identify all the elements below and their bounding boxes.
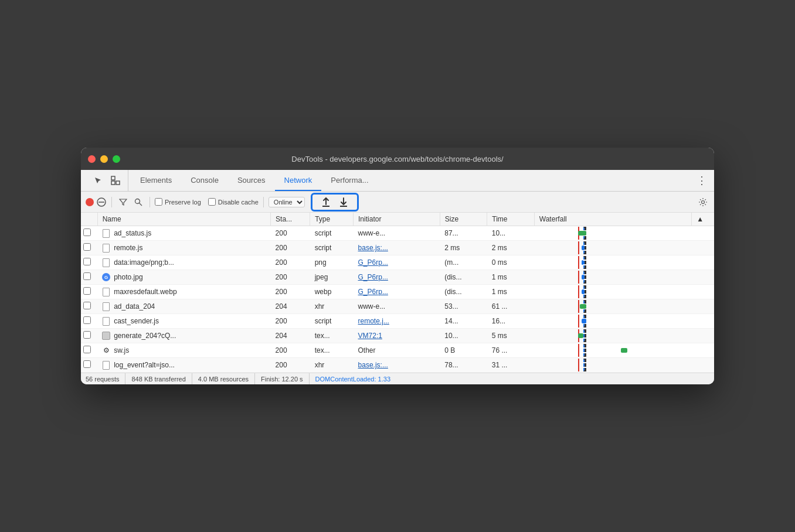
table-row[interactable]: ⚙sw.js200tex...Other0 B76 ... — [81, 343, 714, 358]
tab-sources[interactable]: Sources — [228, 170, 275, 191]
network-rows: ad_status.js200scriptwww-e...87...10...r… — [81, 226, 714, 373]
row-checkbox[interactable] — [83, 272, 91, 280]
maximize-button[interactable] — [113, 155, 120, 163]
table-row[interactable]: ad_status.js200scriptwww-e...87...10... — [81, 226, 714, 241]
initiator-link[interactable]: base.js:... — [358, 361, 388, 369]
table-row[interactable]: data:image/png;b...200pngG_P6rp...(m...0… — [81, 255, 714, 270]
row-type: webp — [310, 285, 354, 299]
row-initiator[interactable]: base.js:... — [354, 358, 440, 373]
initiator-link[interactable]: remote.j... — [358, 317, 389, 325]
row-time: 31 ... — [487, 358, 535, 373]
disable-cache-checkbox[interactable] — [208, 198, 216, 206]
stop-recording-button[interactable] — [96, 197, 107, 207]
filter-button[interactable] — [117, 196, 130, 209]
initiator-link[interactable]: VM72:1 — [358, 332, 382, 340]
row-checkbox[interactable] — [83, 229, 91, 236]
row-name: remote.js — [114, 244, 142, 252]
row-checkbox[interactable] — [83, 302, 91, 309]
finish-time: Finish: 12.20 s — [255, 373, 310, 384]
row-name: log_event?alt=jso... — [114, 361, 175, 369]
col-sort[interactable]: ▲ — [692, 213, 714, 226]
more-tabs-button[interactable]: ⋮ — [694, 173, 709, 188]
separator-1 — [111, 197, 112, 207]
row-checkbox[interactable] — [83, 360, 91, 368]
row-initiator[interactable]: base.js:... — [354, 241, 440, 255]
table-row[interactable]: Gphoto.jpg200jpegG_P6rp...(dis...1 ms — [81, 270, 714, 285]
col-waterfall[interactable]: Waterfall — [534, 213, 692, 226]
initiator-link[interactable]: base.js:... — [358, 244, 388, 252]
row-initiator[interactable]: G_P6rp... — [354, 285, 440, 299]
row-initiator[interactable]: G_P6rp... — [354, 255, 440, 270]
table-row[interactable]: cast_sender.js200scriptremote.j...14...1… — [81, 314, 714, 329]
svg-point-9 — [702, 200, 705, 203]
initiator-link[interactable]: G_P6rp... — [358, 258, 388, 267]
row-status: 200 — [271, 358, 310, 373]
row-checkbox[interactable] — [83, 316, 91, 324]
row-initiator[interactable]: VM72:1 — [354, 329, 440, 343]
row-size: (dis... — [440, 285, 487, 299]
row-type: script — [310, 226, 354, 241]
requests-count: 56 requests — [86, 373, 125, 384]
waterfall-red-line — [578, 271, 579, 284]
close-button[interactable] — [88, 155, 96, 163]
waterfall-red-line — [578, 285, 579, 298]
row-status: 204 — [271, 299, 310, 314]
svg-rect-2 — [111, 181, 115, 185]
row-status: 200 — [271, 226, 310, 241]
col-status[interactable]: Sta... — [271, 213, 310, 226]
waterfall-bar — [580, 304, 586, 309]
row-time: 76 ... — [487, 343, 535, 358]
search-button[interactable] — [132, 196, 145, 209]
row-time: 61 ... — [487, 299, 535, 314]
tab-performance[interactable]: Performa... — [321, 170, 378, 191]
col-time[interactable]: Time — [487, 213, 535, 226]
col-size[interactable]: Size — [440, 213, 487, 226]
table-row[interactable]: maxresdefault.webp200webpG_P6rp...(dis..… — [81, 285, 714, 299]
row-checkbox[interactable] — [83, 287, 91, 295]
tab-console[interactable]: Console — [181, 170, 228, 191]
search-icon — [134, 198, 142, 206]
tabs-right: ⋮ — [694, 170, 714, 191]
row-checkbox[interactable] — [83, 346, 91, 353]
download-button[interactable] — [338, 197, 349, 207]
table-row[interactable]: remote.js200scriptbase.js:...2 ms2 ms — [81, 241, 714, 255]
initiator-link[interactable]: G_P6rp... — [358, 273, 388, 281]
tab-elements[interactable]: Elements — [131, 170, 181, 191]
waterfall-red-line — [578, 241, 579, 254]
row-initiator[interactable]: G_P6rp... — [354, 270, 440, 285]
table-row[interactable]: ad_data_204204xhrwww-e...53...61 ... — [81, 299, 714, 314]
file-icon — [102, 360, 110, 370]
settings-button[interactable] — [697, 196, 709, 209]
tab-network[interactable]: Network — [275, 170, 322, 191]
row-time: 1 ms — [487, 285, 535, 299]
row-size: (m... — [440, 255, 487, 270]
cursor-icon-btn[interactable] — [90, 173, 106, 188]
tabs-bar: Elements Console Sources Network Perform… — [81, 170, 714, 192]
row-initiator[interactable]: remote.j... — [354, 314, 440, 329]
row-type: script — [310, 314, 354, 329]
row-name: maxresdefault.webp — [114, 288, 176, 296]
col-initiator[interactable]: Initiator — [354, 213, 440, 226]
table-row[interactable]: generate_204?cQ...204tex...VM72:110...5 … — [81, 329, 714, 343]
inspect-icon-btn[interactable] — [108, 173, 123, 188]
waterfall-red-line — [578, 300, 579, 313]
preserve-log-checkbox[interactable] — [155, 198, 162, 206]
row-checkbox[interactable] — [83, 331, 91, 339]
row-status: 200 — [271, 270, 310, 285]
record-button[interactable] — [86, 198, 94, 206]
minimize-button[interactable] — [100, 155, 108, 163]
file-icon — [102, 258, 110, 267]
preserve-log-label[interactable]: Preserve log — [155, 198, 201, 206]
row-status: 200 — [271, 285, 310, 299]
initiator-link[interactable]: G_P6rp... — [358, 288, 388, 296]
col-name[interactable]: Name — [97, 213, 270, 226]
throttle-select[interactable]: Online — [269, 197, 305, 207]
disable-cache-label[interactable]: Disable cache — [208, 198, 259, 206]
col-type[interactable]: Type — [310, 213, 354, 226]
table-row[interactable]: log_event?alt=jso...200xhrbase.js:...78.… — [81, 358, 714, 373]
file-icon — [102, 302, 110, 311]
upload-button[interactable] — [321, 197, 331, 207]
row-checkbox[interactable] — [83, 243, 91, 251]
row-checkbox[interactable] — [83, 258, 91, 265]
waterfall-bar — [621, 348, 627, 353]
